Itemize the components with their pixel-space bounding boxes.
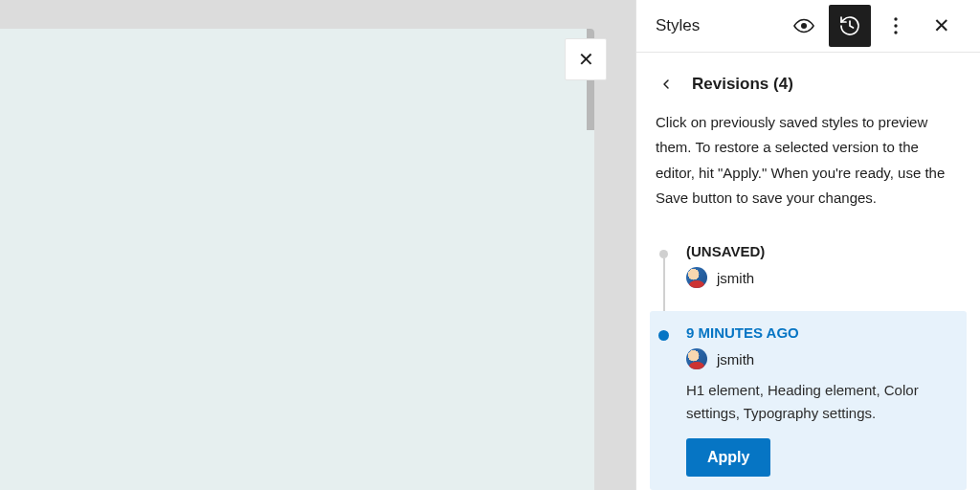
close-icon: ✕ [578, 48, 594, 71]
revision-time: (UNSAVED) [686, 243, 957, 259]
eye-icon [792, 14, 815, 37]
revision-username: jsmith [717, 270, 754, 286]
revision-author: jsmith [686, 348, 957, 369]
chevron-left-icon [658, 77, 674, 92]
close-icon: ✕ [933, 14, 950, 37]
avatar [686, 348, 707, 369]
timeline-dot-icon [659, 250, 668, 258]
styles-sidebar: Styles ✕ [635, 0, 980, 490]
sidebar-subheader: Revisions (4) [636, 53, 980, 110]
timeline-dot-icon [658, 330, 669, 341]
close-panel-button[interactable]: ✕ [921, 5, 963, 47]
revision-changes: H1 element, Heading element, Color setti… [686, 379, 957, 425]
close-canvas-button[interactable]: ✕ [565, 38, 607, 80]
editor-canvas-area: ✕ [0, 0, 635, 490]
sidebar-header: Styles ✕ [636, 0, 980, 53]
apply-button[interactable]: Apply [686, 438, 770, 477]
subheader-title: Revisions (4) [692, 75, 793, 94]
svg-point-3 [894, 31, 897, 33]
history-icon [838, 14, 861, 37]
style-book-button[interactable] [783, 5, 825, 47]
revision-username: jsmith [717, 351, 754, 368]
svg-point-0 [801, 23, 807, 29]
more-menu-button[interactable] [875, 5, 917, 47]
sidebar-title: Styles [656, 16, 779, 35]
revision-item[interactable]: 9 MINUTES AGO jsmith H1 element, Heading… [650, 311, 967, 490]
revision-author: jsmith [686, 267, 957, 288]
revision-time: 9 MINUTES AGO [686, 324, 957, 341]
avatar [686, 267, 707, 288]
revisions-description: Click on previously saved styles to prev… [636, 110, 980, 230]
app-root: ✕ Styles [0, 0, 980, 490]
svg-point-2 [894, 24, 897, 27]
revisions-button[interactable] [829, 5, 871, 47]
revision-item[interactable]: (UNSAVED) jsmith [650, 230, 967, 311]
editor-canvas[interactable] [0, 29, 594, 490]
back-button[interactable] [654, 72, 679, 97]
svg-point-1 [894, 17, 897, 20]
revisions-list: (UNSAVED) jsmith 9 MINUTES AGO jsmith H1… [636, 230, 980, 490]
kebab-icon [884, 14, 907, 37]
